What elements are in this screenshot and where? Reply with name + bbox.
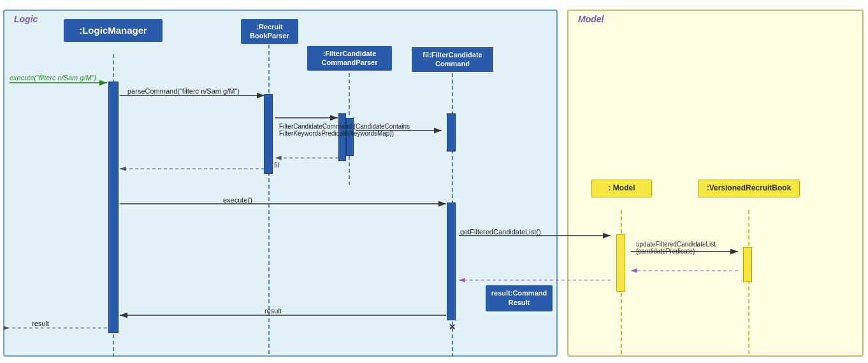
activation-filfiltercandidate-2 [447, 203, 456, 320]
result-left-label: result [32, 320, 49, 327]
lifeline-filtercandidatecommandparser: :FilterCandidateCommandParser [307, 46, 392, 71]
activation-filfiltercandidate-1 [447, 113, 456, 152]
execute-arrow-label: execute("filterc n/Sam g/M") [10, 74, 96, 82]
execute2-arrow-label: execute() [223, 196, 252, 204]
lifeline-logicmanager: :LogicManager [64, 19, 163, 42]
activation-model [616, 234, 625, 292]
parsecommand-arrow-label: parseCommand("filterc n/Sam g/M") [127, 87, 240, 95]
model-label: Model [578, 14, 604, 24]
activation-filtercandidatecommandparser [338, 113, 346, 161]
lifeline-recruitbookparser: :RecruitBookParser [241, 19, 298, 44]
lifeline-filfiltercandidate: fil:FilterCandidateCommand [410, 46, 495, 73]
lifeline-model: : Model [591, 180, 652, 197]
filtercandidatecommand-arrow-label: FilterCandidateCommand (CandidateContain… [279, 123, 410, 137]
fil-arrow-label: fil [274, 161, 279, 169]
diagram-container: Logic Model [0, 0, 868, 363]
activation-versionedrecruitbook [743, 247, 752, 282]
result-command-result-box: result:CommandResult [486, 285, 553, 311]
getfilteredcandidatelist-arrow-label: getFilteredCandidateList() [460, 228, 541, 236]
x-mark-fil: ✕ [449, 322, 456, 332]
activation-logicmanager [108, 82, 119, 333]
updatefilteredcandidatelist-arrow-label: updateFilteredCandidateList(candidatePre… [636, 241, 716, 255]
logic-label: Logic [14, 14, 38, 24]
result-arrow-label: result [264, 307, 282, 315]
activation-recruitbookparser [264, 94, 273, 174]
lifeline-versionedrecruitbook: :VersionedRecruitBook [698, 180, 800, 197]
